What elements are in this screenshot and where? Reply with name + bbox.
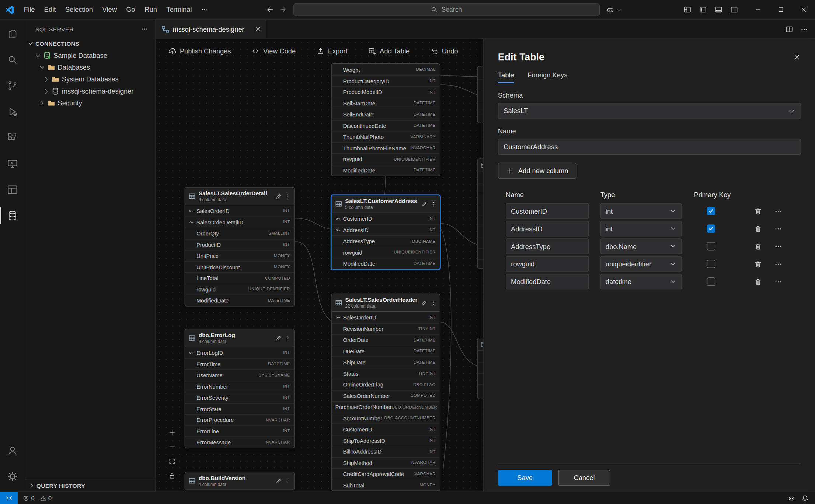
schema-table-product-clipped[interactable]: WeightDECIMALProductCategoryIDINTProduct… — [331, 63, 440, 176]
toolbar-publish-changes-button[interactable]: Publish Changes — [168, 47, 231, 55]
copilot-menu[interactable] — [606, 6, 621, 14]
tree-item-system-databases[interactable]: System Databases — [25, 73, 156, 85]
activity-sql-server[interactable] — [0, 203, 25, 229]
tree-item-mssql-schema-designer[interactable]: mssql-schema-designer — [25, 85, 156, 97]
menu-go[interactable]: Go — [122, 0, 140, 20]
table-kebab-icon[interactable] — [431, 201, 437, 207]
edit-table-pencil-icon[interactable] — [275, 478, 282, 484]
problems-errors[interactable]: 0 — [23, 494, 35, 502]
activity-source-control[interactable] — [0, 73, 25, 99]
fit-view-button[interactable] — [167, 457, 177, 466]
activity-extensions[interactable] — [0, 125, 25, 151]
tree-item-security[interactable]: Security — [25, 97, 156, 109]
search-box[interactable]: Search — [293, 3, 600, 16]
query-history-section-header[interactable]: QUERY HISTORY — [25, 480, 156, 491]
column-name-input[interactable] — [506, 238, 589, 254]
column-name-input[interactable] — [506, 256, 589, 272]
edit-table-pencil-icon[interactable] — [421, 300, 427, 306]
schema-dropdown[interactable]: SalesLT — [498, 103, 801, 119]
delete-column-trash-icon[interactable] — [754, 225, 762, 232]
delete-column-trash-icon[interactable] — [754, 242, 762, 250]
edit-table-pencil-icon[interactable] — [275, 193, 282, 199]
nav-forward-icon[interactable] — [279, 6, 287, 14]
activity-run-debug[interactable] — [0, 99, 25, 125]
activity-object-explorer[interactable] — [0, 177, 25, 203]
schema-table-saleslt-salesorderdetail[interactable]: SalesLT.SalesOrderDetail9 column dataSal… — [185, 187, 295, 307]
column-name-input[interactable] — [506, 203, 589, 218]
edit-table-pencil-icon[interactable] — [275, 335, 282, 341]
toolbar-export-button[interactable]: Export — [317, 47, 348, 55]
zoom-out-button[interactable] — [167, 442, 177, 451]
table-kebab-icon[interactable] — [431, 300, 437, 306]
table-kebab-icon[interactable] — [285, 335, 291, 341]
toggle-panel-icon[interactable] — [715, 6, 722, 14]
schema-table-saleslt-customeraddress[interactable]: SalesLT.CustomerAddress5 column dataCust… — [331, 195, 440, 269]
panel-close-icon[interactable] — [793, 53, 801, 62]
column-more-options-icon[interactable] — [774, 225, 782, 232]
panel-tab-table[interactable]: Table — [498, 71, 514, 83]
toolbar-view-code-button[interactable]: View Code — [252, 47, 296, 55]
column-more-options-icon[interactable] — [774, 242, 782, 250]
maximize-button[interactable] — [769, 0, 792, 19]
close-button[interactable] — [792, 0, 815, 19]
problems-warnings[interactable]: 0 — [40, 494, 52, 502]
activity-explorer[interactable] — [0, 21, 25, 47]
toolbar-undo-button[interactable]: Undo — [431, 47, 458, 55]
table-name-input[interactable] — [498, 139, 801, 155]
menu-run[interactable]: Run — [140, 0, 162, 20]
column-more-options-icon[interactable] — [774, 207, 782, 215]
remote-indicator[interactable] — [0, 492, 18, 504]
column-type-dropdown[interactable]: uniqueidentifier — [600, 256, 682, 272]
customize-layout-icon[interactable] — [683, 6, 691, 14]
activity-remote-explorer[interactable] — [0, 151, 25, 177]
minimize-button[interactable] — [746, 0, 769, 19]
tab-mssql-schema-designer[interactable]: mssql-schema-designer — [156, 20, 266, 39]
table-kebab-icon[interactable] — [285, 478, 291, 484]
tree-item-sample-database[interactable]: Sample Database — [25, 49, 156, 61]
column-type-dropdown[interactable]: int — [600, 221, 682, 236]
column-more-options-icon[interactable] — [774, 260, 782, 268]
primary-key-checkbox[interactable] — [707, 242, 715, 251]
toggle-secondary-sidebar-icon[interactable] — [730, 6, 738, 14]
sidebar-more-actions-icon[interactable] — [141, 25, 148, 32]
menu-file[interactable]: File — [19, 0, 39, 20]
toggle-sidebar-icon[interactable] — [699, 6, 707, 14]
delete-column-trash-icon[interactable] — [754, 278, 762, 286]
panel-tab-foreign-keys[interactable]: Foreign Keys — [527, 71, 567, 83]
delete-column-trash-icon[interactable] — [754, 207, 762, 215]
column-name-input[interactable] — [506, 274, 589, 289]
primary-key-checkbox[interactable] — [707, 277, 715, 286]
activity-search[interactable] — [0, 47, 25, 73]
notifications-bell-icon[interactable] — [801, 494, 809, 502]
split-editor-icon[interactable] — [786, 25, 793, 33]
schema-table-dbo-buildversion[interactable]: dbo.BuildVersion4 column data — [185, 472, 295, 491]
column-name-input[interactable] — [506, 221, 589, 236]
column-more-options-icon[interactable] — [774, 278, 782, 286]
primary-key-checkbox[interactable] — [707, 260, 715, 268]
activity-settings[interactable] — [0, 463, 25, 490]
menu-edit[interactable]: Edit — [39, 0, 60, 20]
copilot-status-icon[interactable] — [788, 494, 795, 502]
menu-more[interactable]: ⋯ — [196, 0, 213, 20]
table-kebab-icon[interactable] — [285, 193, 291, 199]
connections-section-header[interactable]: CONNECTIONS — [25, 38, 156, 49]
cancel-button[interactable]: Cancel — [558, 470, 610, 486]
zoom-in-button[interactable] — [167, 428, 177, 437]
save-button[interactable]: Save — [498, 470, 552, 486]
primary-key-checkbox[interactable] — [707, 224, 715, 233]
delete-column-trash-icon[interactable] — [754, 260, 762, 268]
tab-close-icon[interactable] — [254, 25, 262, 33]
edit-table-pencil-icon[interactable] — [421, 201, 427, 207]
activity-accounts[interactable] — [0, 437, 25, 463]
add-new-column-button[interactable]: Add new column — [498, 162, 577, 179]
schema-table-saleslt-salesorderheader[interactable]: SalesLT.SalesOrderHeader22 column dataSa… — [331, 294, 440, 491]
primary-key-checkbox[interactable] — [707, 207, 715, 215]
schema-table-dbo-errorlog[interactable]: dbo.ErrorLog9 column dataErrorLogIDINTEr… — [185, 329, 295, 448]
lock-canvas-button[interactable] — [167, 471, 177, 480]
column-type-dropdown[interactable]: dbo.Name — [600, 238, 682, 254]
column-type-dropdown[interactable]: int — [600, 203, 682, 218]
editor-more-actions-icon[interactable] — [801, 25, 808, 33]
nav-back-icon[interactable] — [266, 6, 274, 14]
schema-designer-canvas[interactable]: WeightDECIMALProductCategoryIDINTProduct… — [156, 39, 815, 491]
menu-selection[interactable]: Selection — [60, 0, 98, 20]
